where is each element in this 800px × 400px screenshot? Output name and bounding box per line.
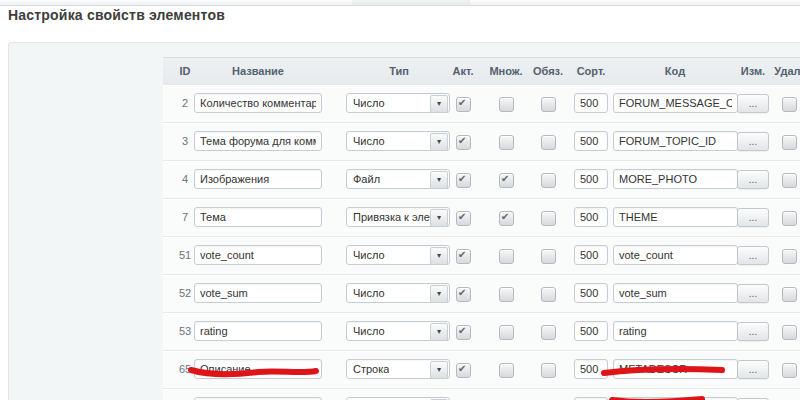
multiple-checkbox[interactable] bbox=[499, 363, 514, 378]
code-input[interactable] bbox=[613, 169, 738, 189]
multiple-checkbox[interactable] bbox=[499, 173, 514, 188]
active-checkbox[interactable] bbox=[456, 135, 471, 150]
sort-input[interactable] bbox=[574, 93, 608, 113]
name-input[interactable] bbox=[194, 245, 322, 265]
delete-checkbox[interactable] bbox=[782, 135, 797, 150]
active-checkbox[interactable] bbox=[456, 325, 471, 340]
code-input[interactable] bbox=[613, 245, 738, 265]
required-checkbox[interactable] bbox=[541, 173, 556, 188]
type-select-value: Строка bbox=[353, 363, 389, 375]
type-select[interactable]: Число ▾ bbox=[346, 245, 450, 265]
multiple-checkbox[interactable] bbox=[499, 211, 514, 226]
type-select-value: Привязка к элемент bbox=[353, 211, 431, 223]
sort-input[interactable] bbox=[574, 283, 608, 303]
name-input[interactable] bbox=[194, 321, 322, 341]
name-input[interactable] bbox=[194, 93, 322, 113]
code-input[interactable] bbox=[613, 283, 738, 303]
edit-button[interactable]: ... bbox=[737, 132, 769, 151]
column-header-sort: Сорт. bbox=[577, 65, 606, 77]
required-checkbox[interactable] bbox=[541, 287, 556, 302]
sort-input[interactable] bbox=[574, 359, 608, 379]
edit-button[interactable]: ... bbox=[737, 246, 769, 265]
delete-checkbox[interactable] bbox=[782, 325, 797, 340]
required-checkbox[interactable] bbox=[541, 363, 556, 378]
edit-button[interactable]: ... bbox=[737, 322, 769, 341]
code-input[interactable] bbox=[613, 93, 738, 113]
chevron-down-icon[interactable]: ▾ bbox=[430, 285, 448, 303]
type-select[interactable]: Привязка к элемент ▾ bbox=[346, 207, 450, 227]
column-header-required: Обяз. bbox=[533, 65, 563, 77]
type-select-value: Число bbox=[353, 249, 385, 261]
column-header-edit: Изм. bbox=[741, 65, 765, 77]
edit-button[interactable]: ... bbox=[737, 360, 769, 379]
sort-input[interactable] bbox=[574, 321, 608, 341]
name-input[interactable] bbox=[194, 207, 322, 227]
delete-checkbox[interactable] bbox=[782, 363, 797, 378]
required-checkbox[interactable] bbox=[541, 135, 556, 150]
chevron-down-icon[interactable]: ▾ bbox=[430, 95, 448, 113]
type-select[interactable]: Число ▾ bbox=[346, 93, 450, 113]
active-checkbox[interactable] bbox=[456, 249, 471, 264]
active-checkbox[interactable] bbox=[456, 363, 471, 378]
name-input[interactable] bbox=[194, 359, 322, 379]
active-checkbox[interactable] bbox=[456, 173, 471, 188]
page-title: Настройка свойств элементов bbox=[8, 7, 225, 23]
chevron-down-icon[interactable]: ▾ bbox=[430, 133, 448, 151]
column-header-multiple: Множ. bbox=[489, 65, 522, 77]
delete-checkbox[interactable] bbox=[782, 249, 797, 264]
active-checkbox[interactable] bbox=[456, 97, 471, 112]
required-checkbox[interactable] bbox=[541, 211, 556, 226]
active-checkbox[interactable] bbox=[456, 287, 471, 302]
required-checkbox[interactable] bbox=[541, 97, 556, 112]
sort-input[interactable] bbox=[574, 207, 608, 227]
sort-input[interactable] bbox=[574, 169, 608, 189]
table-row: 53 Число ▾ ... bbox=[163, 313, 800, 351]
code-input[interactable] bbox=[613, 131, 738, 151]
delete-checkbox[interactable] bbox=[782, 173, 797, 188]
table-row: 2 Число ▾ ... bbox=[163, 85, 800, 123]
type-select[interactable]: Строка ▾ bbox=[346, 359, 450, 379]
table-row: 3 Число ▾ ... bbox=[163, 123, 800, 161]
edit-button[interactable]: ... bbox=[737, 284, 769, 303]
edit-button[interactable]: ... bbox=[737, 170, 769, 189]
column-header-type: Тип bbox=[389, 65, 409, 77]
chevron-down-icon[interactable]: ▾ bbox=[430, 247, 448, 265]
type-select[interactable]: Число ▾ bbox=[346, 321, 450, 341]
name-input[interactable] bbox=[194, 283, 322, 303]
chevron-down-icon[interactable]: ▾ bbox=[430, 171, 448, 189]
code-input[interactable] bbox=[613, 207, 738, 227]
table-row: 4 Файл ▾ ... bbox=[163, 161, 800, 199]
delete-checkbox[interactable] bbox=[782, 97, 797, 112]
chevron-down-icon[interactable]: ▾ bbox=[430, 323, 448, 341]
table-row: 65 Строка ▾ ... bbox=[163, 351, 800, 389]
type-select[interactable]: Файл ▾ bbox=[346, 169, 450, 189]
multiple-checkbox[interactable] bbox=[499, 287, 514, 302]
chevron-down-icon[interactable]: ▾ bbox=[430, 361, 448, 379]
type-select-value: Число bbox=[353, 325, 385, 337]
column-header-name: Название bbox=[232, 65, 284, 77]
multiple-checkbox[interactable] bbox=[499, 135, 514, 150]
multiple-checkbox[interactable] bbox=[499, 249, 514, 264]
active-checkbox[interactable] bbox=[456, 211, 471, 226]
column-header-code: Код bbox=[665, 65, 685, 77]
edit-button[interactable]: ... bbox=[737, 208, 769, 227]
sort-input[interactable] bbox=[574, 245, 608, 265]
type-select-value: Число bbox=[353, 97, 385, 109]
multiple-checkbox[interactable] bbox=[499, 97, 514, 112]
delete-checkbox[interactable] bbox=[782, 211, 797, 226]
type-select[interactable]: Число ▾ bbox=[346, 283, 450, 303]
required-checkbox[interactable] bbox=[541, 249, 556, 264]
delete-checkbox[interactable] bbox=[782, 287, 797, 302]
sort-input[interactable] bbox=[574, 131, 608, 151]
code-input[interactable] bbox=[613, 359, 738, 379]
code-input[interactable] bbox=[613, 321, 738, 341]
name-input[interactable] bbox=[194, 169, 322, 189]
edit-button[interactable]: ... bbox=[737, 94, 769, 113]
required-checkbox[interactable] bbox=[541, 325, 556, 340]
chevron-down-icon[interactable]: ▾ bbox=[430, 209, 448, 227]
column-header-delete: Удал. bbox=[774, 65, 800, 77]
type-select[interactable]: Число ▾ bbox=[346, 131, 450, 151]
multiple-checkbox[interactable] bbox=[499, 325, 514, 340]
table-row: 51 Число ▾ ... bbox=[163, 237, 800, 275]
name-input[interactable] bbox=[194, 131, 322, 151]
